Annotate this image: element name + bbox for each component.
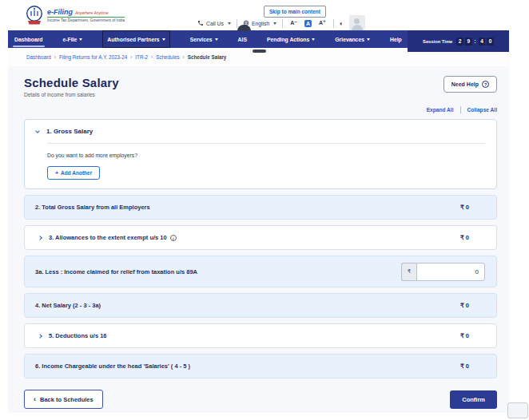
chevron-down-icon [35, 129, 40, 133]
gross-salary-title: 1. Gross Salary [46, 128, 93, 135]
cursor-artifact [253, 50, 266, 53]
question-mark-icon [482, 81, 489, 88]
chevron-left-icon [34, 395, 36, 403]
relief-89a-input[interactable] [416, 263, 485, 281]
session-timer-label: Session Time [423, 39, 452, 44]
chevron-down-icon [367, 38, 370, 41]
screen: e-Filing Anywhere Anytime Income Tax Dep… [0, 0, 529, 420]
breadcrumb-separator: › [54, 54, 56, 60]
collapse-all-link[interactable]: Collapse All [467, 107, 498, 113]
nav-ais[interactable]: AIS [238, 30, 247, 48]
breadcrumb-schedules[interactable]: Schedules [156, 54, 179, 60]
row-relief-89a: 3a. Less : Income claimed for relief fro… [24, 256, 497, 287]
national-emblem-icon [26, 5, 43, 26]
session-timer: Session Time 2 9 : 4 0 [408, 30, 509, 52]
page-title: Schedule Salary [24, 76, 119, 89]
breadcrumb-current: Schedule Salary [188, 54, 227, 60]
header-utilities: Call Us English A⁻ A A⁺ ◐ [197, 15, 365, 31]
breadcrumb-filing-returns[interactable]: Filing Returns for A.Y. 2023-24 [59, 54, 127, 60]
font-increase-button[interactable]: A⁺ [317, 19, 328, 27]
brand-name: e-Filing [47, 8, 73, 16]
chevron-down-icon [312, 38, 315, 41]
contrast-toggle[interactable]: ◐ [340, 20, 344, 27]
language-label: English [252, 21, 269, 26]
rupee-prefix: ₹ [401, 263, 416, 281]
session-digit: 2 [456, 38, 463, 46]
gross-salary-header[interactable]: 1. Gross Salary [25, 120, 496, 143]
row-total-gross-salary: 2. Total Gross Salary from all Employers… [24, 195, 497, 220]
breadcrumb-separator: › [183, 54, 185, 60]
total-gross-salary-value: ₹ 0 [460, 204, 469, 211]
tooltip-notch [237, 25, 251, 31]
main-navigation: Dashboard e-File Authorised Partners Ser… [8, 30, 509, 48]
avatar-head [354, 18, 360, 24]
income-chargeable-value: ₹ 0 [460, 363, 469, 370]
call-us-label: Call Us [206, 21, 224, 26]
font-default-button[interactable]: A [304, 20, 312, 27]
nav-efile[interactable]: e-File [63, 30, 83, 48]
session-digit: 9 [465, 38, 472, 46]
nav-services[interactable]: Services [190, 30, 218, 48]
session-digit: 0 [487, 38, 494, 46]
chevron-down-icon [215, 38, 218, 41]
site-header: e-Filing Anywhere Anytime Income Tax Dep… [8, 2, 509, 30]
brand-department: Income Tax Department, Government of Ind… [47, 18, 125, 22]
nav-authorised-partners[interactable]: Authorised Partners [102, 30, 169, 48]
divider [333, 19, 334, 28]
chevron-down-icon [162, 38, 165, 41]
session-colon: : [474, 38, 477, 44]
call-us-menu[interactable]: Call Us [197, 20, 231, 26]
add-another-button[interactable]: Add Another [47, 166, 100, 180]
divider [237, 19, 237, 28]
chevron-down-icon [228, 22, 231, 25]
breadcrumb-separator: › [130, 54, 132, 60]
main-content: Schedule Salary Details of income from s… [8, 66, 509, 413]
need-help-button[interactable]: Need Help [443, 76, 497, 93]
nav-grievances[interactable]: Grievances [335, 30, 370, 48]
chevron-down-icon [273, 22, 276, 25]
add-employer-question: Do you want to add more employers? [47, 153, 485, 158]
session-digit: 4 [479, 38, 486, 46]
chevron-right-icon [38, 236, 42, 240]
breadcrumb-itr2[interactable]: ITR-2 [135, 54, 148, 60]
breadcrumb-separator: › [151, 54, 153, 60]
phone-icon [197, 20, 204, 26]
section-gross-salary: 1. Gross Salary Do you want to add more … [24, 119, 497, 189]
row-income-chargeable: 6. Income Chargeable under the head 'Sal… [24, 354, 497, 378]
nav-help[interactable]: Help [390, 30, 402, 48]
confirm-button[interactable]: Confirm [450, 390, 497, 409]
expand-all-link[interactable]: Expand All [427, 107, 454, 113]
floating-widget-button[interactable] [507, 402, 528, 418]
nav-dashboard[interactable]: Dashboard [14, 30, 43, 48]
back-to-schedules-button[interactable]: Back to Schedules [24, 390, 103, 409]
row-deductions-us16[interactable]: 5. Deductions u/s 16 ₹ 0 [24, 323, 497, 348]
row-allowances-exempt[interactable]: 3. Allowances to the extent exempt u/s 1… [24, 225, 497, 250]
brand-tagline: Anywhere Anytime [75, 10, 109, 15]
skip-to-content-link[interactable]: Skip to main content [264, 6, 326, 18]
allowances-exempt-value: ₹ 0 [460, 234, 469, 241]
footer-actions: Back to Schedules Confirm [24, 390, 497, 409]
divider [460, 106, 461, 113]
nav-pending-actions[interactable]: Pending Actions [267, 30, 315, 48]
efiling-logo[interactable]: e-Filing Anywhere Anytime Income Tax Dep… [26, 5, 125, 26]
row-net-salary: 4. Net Salary (2 - 3 - 3a) ₹ 0 [24, 293, 497, 318]
deductions-us16-value: ₹ 0 [460, 332, 469, 339]
divider [282, 19, 283, 28]
info-icon[interactable] [170, 235, 177, 241]
plus-icon [55, 170, 58, 176]
font-decrease-button[interactable]: A⁻ [288, 19, 299, 27]
user-avatar[interactable] [349, 15, 365, 31]
page-subtitle: Details of income from salaries [24, 92, 119, 97]
browser-page: e-Filing Anywhere Anytime Income Tax Dep… [8, 2, 509, 413]
chevron-down-icon [79, 38, 82, 41]
net-salary-value: ₹ 0 [460, 302, 469, 309]
breadcrumb-dashboard[interactable]: Dashboard [26, 54, 51, 60]
chevron-right-icon [38, 334, 42, 339]
relief-89a-input-group: ₹ [401, 263, 485, 281]
